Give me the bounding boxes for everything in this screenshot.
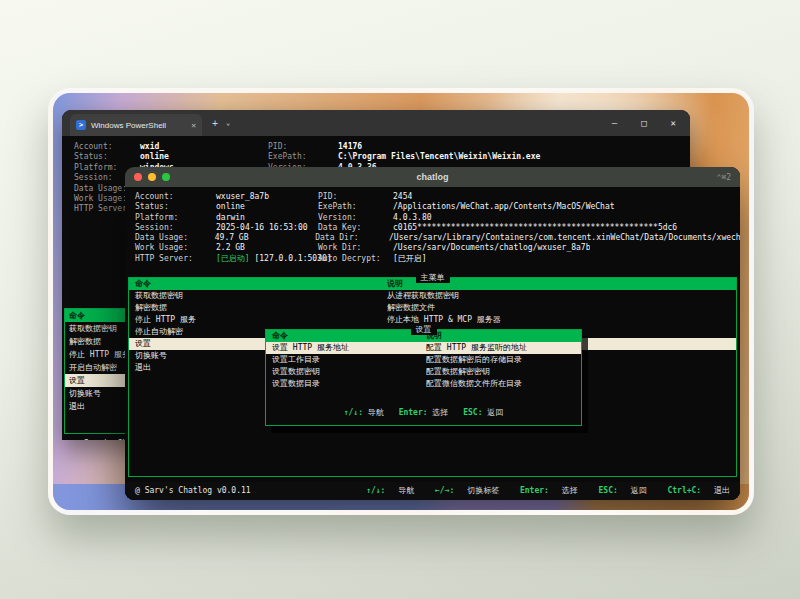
wallpaper-card: > Windows PowerShell ✕ + ⌄ – □ ✕ Account…: [48, 88, 754, 515]
chatlog-info-block: Account:wxuser_8a7bPID:2454 Status:onlin…: [125, 187, 740, 264]
chatlog-status-bar: @ Sarv's Chatlog v0.0.11 ↑/↓: 导航 ←/→: 切换…: [125, 482, 740, 500]
popup-hints: ↑/↓: 导航 Enter: 选择 ESC: 返回: [266, 408, 581, 418]
chatlog-content: Account:wxuser_8a7bPID:2454 Status:onlin…: [125, 187, 740, 500]
field-label: Version:: [318, 213, 393, 223]
powershell-icon: >: [76, 120, 86, 130]
field-label: Work Dir:: [318, 243, 393, 253]
popup-row-selected[interactable]: 设置 HTTP 服务地址配置 HTTP 服务监听的地址: [266, 342, 581, 354]
ps-info-row: Status:onlineExePath:C:\Program Files\Te…: [74, 152, 690, 162]
http-status-badge: [已启动]: [216, 254, 250, 263]
menu-description: 解密数据文件: [387, 302, 736, 314]
powershell-tab[interactable]: > Windows PowerShell ✕: [70, 114, 202, 136]
hint-key: Enter:: [520, 486, 549, 495]
info-row-http-server: HTTP Server: [已启动] [127.0.0.1:5030] Auto…: [135, 254, 740, 264]
field-value: 2454: [393, 192, 412, 202]
powershell-titlebar: > Windows PowerShell ✕ + ⌄ – □ ✕: [62, 110, 690, 136]
info-row: Account:wxuser_8a7bPID:2454: [135, 192, 740, 202]
hint-label: 选择: [562, 486, 578, 495]
column-header-command: 命令: [266, 330, 426, 342]
hint-label: 切换标签: [467, 486, 499, 495]
hint-key: ↑/↓:: [344, 408, 363, 417]
new-tab-icon[interactable]: +: [212, 118, 218, 129]
settings-popup-title: 设置: [411, 324, 437, 335]
field-label: PID:: [318, 192, 393, 202]
main-menu-title: 主菜单: [416, 272, 450, 283]
field-value: /Users/sarv/Documents/chatlog/wxuser_8a7…: [393, 243, 590, 253]
ps-info-row: Account:wxid_PID:14176: [74, 142, 690, 152]
field-label: Data Key:: [318, 223, 393, 233]
ps-menu-item-selected[interactable]: 设置: [65, 374, 125, 387]
field-value: wxuser_8a7b: [216, 192, 318, 202]
menu-command: 设置工作目录: [266, 354, 426, 366]
hint-label: 导航: [398, 486, 414, 495]
field-value: wxid_: [140, 142, 268, 152]
field-value: darwin: [216, 213, 318, 223]
window-title: chatlog: [204, 172, 661, 182]
close-traffic-light[interactable]: [134, 173, 142, 181]
field-label: Auto Decrypt:: [318, 254, 393, 264]
popup-row[interactable]: 设置数据目录配置微信数据文件所在目录: [266, 378, 581, 390]
menu-description: 配置 HTTP 服务监听的地址: [426, 342, 581, 354]
maximize-icon[interactable]: □: [641, 118, 646, 128]
hint-key: ESC:: [599, 486, 618, 495]
tab-dropdown-icon[interactable]: ⌄: [226, 119, 230, 127]
field-value: /Users/sarv/Library/Containers/com.tence…: [389, 233, 740, 243]
menu-command: 获取数据密钥: [129, 290, 387, 302]
field-label: PID:: [268, 142, 338, 152]
popup-row[interactable]: 设置工作目录配置数据解密后的存储目录: [266, 354, 581, 366]
field-label: Status:: [135, 202, 216, 212]
menu-row[interactable]: 获取数据密钥从进程获取数据密钥: [129, 290, 736, 302]
field-value: online: [140, 152, 268, 162]
info-row: Data Usage:49.7 GBData Dir:/Users/sarv/L…: [135, 233, 740, 243]
menu-description: 从进程获取数据密钥: [387, 290, 736, 302]
field-label: Account:: [135, 192, 216, 202]
tab-close-icon[interactable]: ✕: [191, 121, 196, 130]
field-label: Data Usage:: [135, 233, 215, 243]
hint-label: 选择: [432, 408, 448, 417]
field-value: /Applications/WeChat.app/Contents/MacOS/…: [393, 202, 615, 212]
hint-label: 返回: [631, 486, 647, 495]
info-row: Session:2025-04-16 16:53:00Data Key:c016…: [135, 223, 740, 233]
field-label: HTTP Server:: [135, 254, 216, 264]
powershell-tab-title: Windows PowerShell: [91, 121, 186, 130]
zoom-traffic-light[interactable]: [162, 173, 170, 181]
menu-description: 配置数据解密密钥: [426, 366, 581, 378]
column-header-command: 命令: [129, 278, 387, 290]
menu-command: 设置数据目录: [266, 378, 426, 390]
field-value: 4.0.3.80: [393, 213, 432, 223]
field-label: Work Usage:: [135, 243, 216, 253]
footer-hints: ↑/↓: 导航 ←/→: 切换标签 Enter: 选择 ESC: 返回 Ctrl…: [350, 486, 730, 496]
column-header-description: 说明: [426, 330, 581, 342]
field-value: 14176: [338, 142, 362, 152]
chatlog-window: chatlog ⌃⌘2 Account:wxuser_8a7bPID:2454 …: [125, 167, 740, 500]
hint-key: ←/→:: [435, 486, 454, 495]
field-label: Session:: [135, 223, 216, 233]
menu-command: 设置 HTTP 服务地址: [266, 342, 426, 354]
field-label: ExePath:: [318, 202, 393, 212]
window-shortcut-badge: ⌃⌘2: [661, 173, 731, 182]
menu-description: 配置微信数据文件所在目录: [426, 378, 581, 390]
minimize-icon[interactable]: –: [612, 118, 617, 128]
hint-key: Enter:: [399, 408, 428, 417]
field-value: c0165***********************************…: [393, 223, 677, 233]
hint-key: ESC:: [463, 408, 482, 417]
close-icon[interactable]: ✕: [671, 118, 676, 128]
field-label: Status:: [74, 152, 140, 162]
field-label: ExePath:: [268, 152, 338, 162]
info-row: Platform:darwinVersion:4.0.3.80: [135, 213, 740, 223]
popup-row[interactable]: 设置数据密钥配置数据解密密钥: [266, 366, 581, 378]
menu-row[interactable]: 解密数据解密数据文件: [129, 302, 736, 314]
hint-key: ↑/↓:: [366, 486, 385, 495]
hint-label: 退出: [714, 486, 730, 495]
auto-decrypt-badge: [已开启]: [393, 254, 427, 264]
field-value: 49.7 GB: [215, 233, 315, 243]
minimize-traffic-light[interactable]: [148, 173, 156, 181]
app-brand: @ Sarv's Chatlog v0.0.11: [135, 486, 350, 496]
field-label: Platform:: [135, 213, 216, 223]
field-value: online: [216, 202, 318, 212]
field-value: 2.2 GB: [216, 243, 318, 253]
hint-key: Ctrl+C:: [667, 486, 701, 495]
field-value: 2025-04-16 16:53:00: [216, 223, 318, 233]
info-row: Status:onlineExePath:/Applications/WeCha…: [135, 202, 740, 212]
hint-label: 返回: [487, 408, 503, 417]
